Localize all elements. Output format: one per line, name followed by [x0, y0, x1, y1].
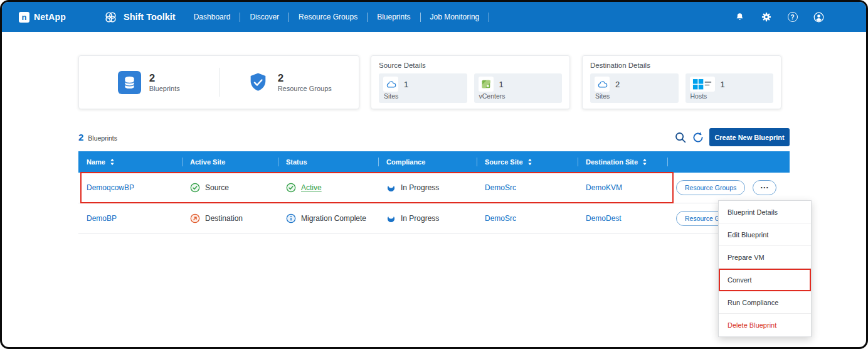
table-header-row: Name Active Site Status Compliance Sourc…	[78, 151, 790, 173]
table-row-demoqcowbp: DemoqcowBP Source Active In Progress Dem…	[78, 173, 790, 203]
row-actions-context-menu: Blueprint Details Edit Blueprint Prepare…	[718, 200, 812, 337]
destination-details-card: Destination Details 2 Sites	[582, 55, 781, 109]
status-link[interactable]: Active	[301, 183, 322, 192]
blueprints-count-label: Blueprints	[88, 134, 117, 142]
menu-item-convert[interactable]: Convert	[719, 269, 811, 291]
nav-job-monitoring[interactable]: Job Monitoring	[421, 10, 489, 24]
shield-check-icon	[246, 71, 270, 94]
source-vcenters-tile: 1 vCenters	[474, 73, 563, 103]
source-vcenters-label: vCenters	[479, 92, 558, 100]
blueprints-table: Name Active Site Status Compliance Sourc…	[78, 151, 790, 234]
stat-resource-groups: 2 Resource Groups	[220, 71, 359, 94]
check-circle-icon	[286, 183, 296, 193]
blueprint-name-link[interactable]: DemoqcowBP	[87, 183, 134, 192]
column-label: Source Site	[485, 158, 523, 166]
in-progress-icon	[386, 183, 396, 193]
hyperv-icon	[690, 77, 715, 92]
destination-hosts-tile: 1 Hosts	[685, 73, 774, 103]
destination-hosts-count: 1	[721, 80, 725, 89]
menu-item-edit-blueprint[interactable]: Edit Blueprint	[719, 223, 811, 246]
column-header-name[interactable]: Name	[78, 151, 182, 173]
column-label: Status	[286, 158, 307, 166]
sort-icon[interactable]	[642, 158, 647, 166]
column-header-actions	[667, 151, 790, 173]
menu-item-blueprint-details[interactable]: Blueprint Details	[719, 201, 811, 223]
destination-sites-label: Sites	[595, 92, 674, 100]
app-title: Shift Toolkit	[124, 12, 176, 22]
compliance-value: In Progress	[401, 183, 439, 192]
destination-hosts-label: Hosts	[690, 92, 770, 100]
source-tiles: 1 Sites 1 vCenters	[379, 73, 562, 103]
help-glyph: ?	[788, 12, 798, 22]
blueprints-label: Blueprints	[149, 85, 180, 92]
nav-resource-groups[interactable]: Resource Groups	[289, 10, 367, 24]
source-site-link[interactable]: DemoSrc	[485, 214, 516, 223]
refresh-icon[interactable]	[692, 131, 704, 144]
vcenter-icon	[479, 77, 494, 92]
profile-icon[interactable]	[813, 11, 825, 23]
destination-tiles: 2 Sites	[590, 73, 773, 103]
column-label: Active Site	[190, 158, 225, 166]
active-site-value: Source	[205, 183, 229, 192]
source-vcenters-count: 1	[499, 80, 504, 89]
menu-item-prepare-vm[interactable]: Prepare VM	[719, 246, 811, 269]
topbar-actions: ?	[734, 11, 825, 23]
in-progress-icon	[386, 214, 396, 223]
source-sites-tile: 1 Sites	[379, 73, 467, 103]
blueprint-name-link[interactable]: DemoBP	[87, 214, 117, 223]
destination-site-link[interactable]: DemoKVM	[586, 183, 622, 192]
active-site-value: Destination	[205, 214, 243, 223]
compliance-value: In Progress	[401, 214, 439, 223]
gear-icon[interactable]	[760, 11, 772, 23]
resource-groups-count: 2	[278, 72, 332, 85]
menu-item-delete-blueprint[interactable]: Delete Blueprint	[719, 314, 811, 336]
column-header-compliance[interactable]: Compliance	[378, 151, 477, 173]
column-header-status[interactable]: Status	[278, 151, 378, 173]
help-icon[interactable]: ?	[786, 11, 798, 23]
info-circle-icon	[286, 213, 296, 223]
source-site-link[interactable]: DemoSrc	[485, 183, 516, 192]
source-details-card: Source Details 1 Sites	[371, 55, 570, 109]
nav-separator	[489, 13, 489, 22]
column-label: Name	[87, 158, 105, 166]
create-new-blueprint-button[interactable]: Create New Blueprint	[709, 128, 790, 146]
shift-toolkit-logo-icon	[103, 10, 118, 24]
sort-icon[interactable]	[527, 158, 532, 166]
column-header-active-site[interactable]: Active Site	[182, 151, 278, 173]
destination-sites-tile: 2 Sites	[590, 73, 679, 103]
destination-circle-icon	[190, 213, 200, 223]
cloud-icon	[383, 77, 398, 92]
nav-blueprints[interactable]: Blueprints	[368, 10, 420, 24]
blueprints-count-number: 2	[78, 132, 83, 142]
app-title-group: Shift Toolkit	[103, 10, 176, 24]
blueprints-icon	[118, 71, 141, 94]
resource-groups-label: Resource Groups	[278, 85, 332, 92]
column-label: Destination Site	[586, 158, 638, 166]
stats-card: 2 Blueprints 2 Resource Groups	[78, 55, 359, 109]
netapp-logo-mark: n	[19, 12, 29, 23]
cloud-icon	[595, 77, 610, 92]
nav-dashboard[interactable]: Dashboard	[184, 10, 240, 24]
search-icon[interactable]	[674, 131, 687, 144]
netapp-logo: n NetApp	[19, 12, 66, 23]
menu-item-run-compliance[interactable]: Run Compliance	[719, 291, 811, 314]
status-value: Migration Complete	[301, 214, 366, 223]
sort-icon[interactable]	[110, 158, 115, 166]
more-actions-button[interactable]: ...	[753, 180, 776, 195]
blueprints-count-header: 2 Blueprints	[78, 132, 117, 142]
check-circle-icon	[190, 183, 200, 193]
column-header-source-site[interactable]: Source Site	[477, 151, 578, 173]
destination-sites-count: 2	[615, 80, 620, 89]
source-details-title: Source Details	[379, 62, 562, 69]
destination-site-link[interactable]: DemoDest	[586, 214, 622, 223]
brand-name: NetApp	[34, 12, 66, 22]
column-header-destination-site[interactable]: Destination Site	[578, 151, 667, 173]
resource-groups-button[interactable]: Resource Groups	[676, 180, 745, 195]
table-row-demobp: DemoBP Destination Migration Complete In…	[78, 203, 790, 234]
stat-blueprints: 2 Blueprints	[79, 71, 219, 94]
source-sites-label: Sites	[383, 92, 463, 100]
column-label: Compliance	[386, 158, 425, 166]
nav-discover[interactable]: Discover	[240, 10, 288, 24]
main-nav: Dashboard Discover Resource Groups Bluep…	[184, 10, 490, 24]
bell-icon[interactable]	[734, 11, 746, 23]
